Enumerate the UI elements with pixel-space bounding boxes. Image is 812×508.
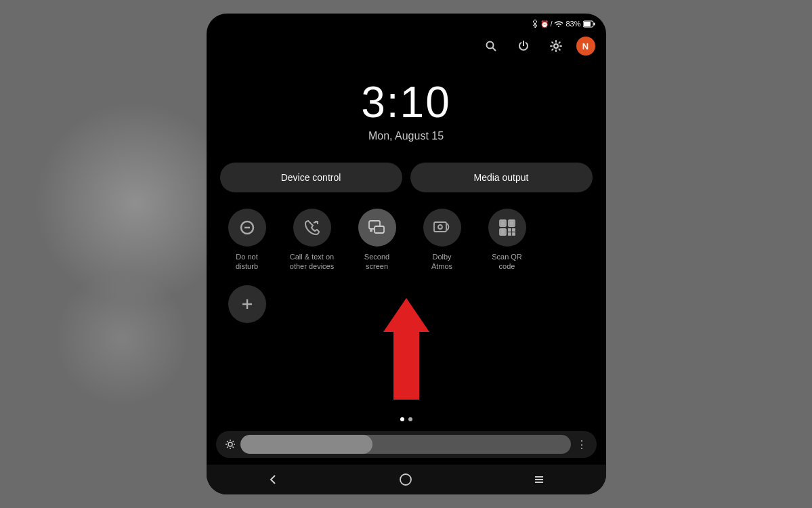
clock-date: Mon, August 15 — [368, 130, 444, 142]
svg-rect-23 — [513, 229, 515, 231]
page-dots — [207, 417, 606, 431]
tile-second-screen[interactable]: Secondscreen — [350, 209, 404, 272]
alarm-icon: ⏰ — [540, 20, 549, 28]
add-tile-icon — [228, 285, 266, 323]
control-buttons: Device control Media output — [207, 163, 606, 192]
svg-line-34 — [232, 447, 233, 448]
svg-rect-21 — [501, 230, 505, 234]
do-not-disturb-icon — [228, 209, 266, 247]
battery-text: 83% — [565, 20, 580, 28]
dolby-atmos-label: DolbyAtmos — [431, 252, 452, 272]
svg-point-15 — [438, 225, 442, 229]
svg-point-3 — [486, 42, 493, 49]
svg-rect-22 — [509, 229, 511, 231]
svg-line-4 — [492, 48, 496, 51]
svg-rect-25 — [513, 233, 515, 235]
back-button[interactable] — [256, 473, 290, 486]
search-button[interactable] — [479, 34, 503, 58]
brightness-more-icon[interactable]: ⋮ — [576, 438, 587, 451]
dolby-atmos-icon — [423, 209, 461, 247]
svg-point-37 — [400, 474, 411, 485]
svg-line-33 — [227, 441, 228, 442]
nav-bar — [207, 465, 606, 494]
notification-button[interactable]: N — [576, 37, 595, 56]
status-bar: ⏰ / 83% — [207, 14, 606, 31]
tile-add[interactable] — [220, 285, 274, 323]
svg-line-36 — [227, 447, 228, 448]
page-dot-2 — [408, 417, 412, 421]
status-icons: ⏰ / 83% — [532, 19, 595, 28]
svg-rect-14 — [434, 222, 446, 232]
power-button[interactable] — [511, 34, 536, 58]
device-control-button[interactable]: Device control — [220, 163, 402, 192]
brightness-track[interactable] — [240, 435, 571, 454]
clock-time: 3:10 — [361, 77, 451, 127]
brightness-bar[interactable]: ⋮ — [216, 431, 597, 458]
device-frame: ⏰ / 83% — [207, 14, 606, 494]
page-dot-1 — [400, 417, 404, 421]
call-text-label: Call & text onother devices — [290, 252, 334, 272]
recents-button[interactable] — [522, 473, 556, 486]
second-screen-icon — [358, 209, 396, 247]
alarm-slash-icon: / — [551, 20, 553, 28]
svg-rect-11 — [375, 226, 384, 233]
quick-tiles-row: Do notdisturb Call & text onother device… — [207, 209, 606, 272]
settings-button[interactable] — [544, 34, 568, 58]
bluetooth-icon — [532, 19, 538, 28]
home-button[interactable] — [389, 473, 423, 486]
second-screen-label: Secondscreen — [364, 252, 389, 272]
scan-qr-label: Scan QRcode — [492, 252, 522, 272]
top-actions: N — [207, 31, 606, 64]
svg-point-28 — [228, 442, 232, 446]
quick-tiles-row2 — [207, 285, 606, 323]
media-output-button[interactable]: Media output — [410, 163, 593, 192]
scan-qr-icon — [488, 209, 526, 247]
svg-rect-24 — [509, 233, 511, 235]
brightness-fill — [240, 435, 372, 454]
tile-scan-qr[interactable]: Scan QRcode — [480, 209, 534, 272]
svg-rect-17 — [501, 221, 505, 225]
tile-do-not-disturb[interactable]: Do notdisturb — [220, 209, 274, 272]
svg-point-6 — [554, 44, 558, 48]
tile-dolby-atmos[interactable]: DolbyAtmos — [415, 209, 469, 272]
brightness-icon — [226, 440, 235, 449]
call-text-icon — [293, 209, 331, 247]
tile-call-text[interactable]: Call & text onother devices — [285, 209, 339, 272]
wifi-icon — [554, 20, 563, 27]
svg-rect-2 — [593, 22, 595, 25]
svg-rect-19 — [510, 221, 513, 225]
svg-rect-1 — [584, 22, 591, 26]
battery-icon — [583, 20, 595, 28]
do-not-disturb-label: Do notdisturb — [236, 252, 258, 272]
time-section: 3:10 Mon, August 15 — [207, 64, 606, 163]
svg-line-35 — [232, 441, 233, 442]
